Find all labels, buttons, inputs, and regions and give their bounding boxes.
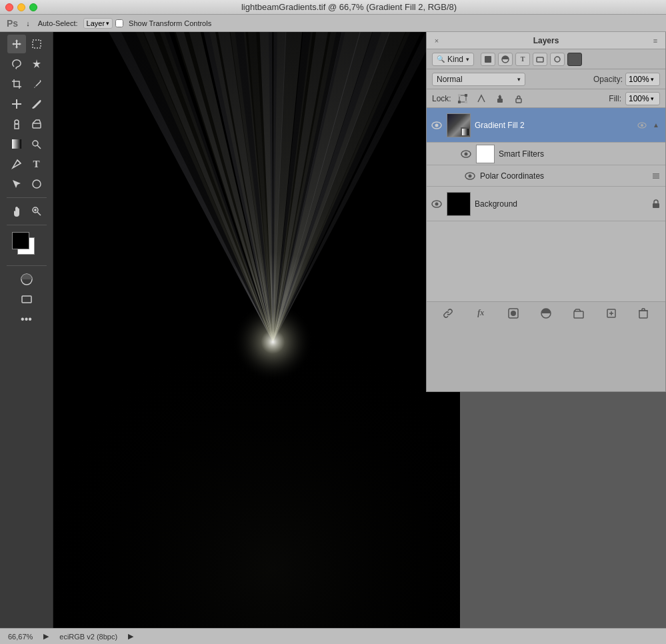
svg-point-2 (15, 120, 19, 124)
tool-row-3 (7, 75, 46, 93)
eyedropper-tool[interactable] (27, 75, 46, 93)
magic-wand-tool[interactable] (27, 55, 46, 73)
svg-line-10 (37, 212, 41, 215)
layer-right-icons-gradient-fill-2: ▲ (636, 119, 661, 131)
layers-panel-bottom: fx (427, 301, 665, 324)
adjustment-btn[interactable] (537, 305, 555, 322)
transform-checkbox[interactable] (115, 19, 123, 27)
quick-mask-tool[interactable] (17, 270, 36, 289)
group-btn[interactable] (569, 305, 588, 322)
shape-tool[interactable] (27, 175, 46, 193)
blend-mode-dropdown[interactable]: Normal ▾ (432, 73, 525, 86)
tool-row-2 (7, 55, 46, 73)
tool-row-screen (17, 290, 36, 309)
kind-type-btn[interactable]: T (515, 53, 530, 66)
layer-item-background[interactable]: Background (427, 187, 665, 221)
svg-line-7 (17, 160, 21, 163)
maximize-button[interactable] (29, 3, 37, 11)
mask-btn[interactable] (504, 305, 523, 322)
minimize-button[interactable] (17, 3, 25, 11)
transform-label: Show Transform Controls (126, 16, 214, 31)
thumbnail-background-preview (447, 193, 470, 215)
svg-rect-3 (33, 123, 41, 128)
layer-visibility-smart-filters[interactable] (460, 148, 472, 160)
eraser-tool[interactable] (27, 115, 46, 133)
svg-line-6 (37, 145, 41, 149)
tool-separator-3 (7, 265, 47, 266)
color-profile: eciRGB v2 (8bpc) (59, 633, 117, 641)
delete-layer-btn[interactable] (634, 305, 653, 322)
kind-smart-btn[interactable] (550, 53, 565, 66)
layer-item-smart-filters[interactable]: Smart Filters (427, 143, 665, 165)
panel-menu-button[interactable]: ≡ (651, 36, 660, 45)
tool-row-more: ••• (17, 310, 36, 329)
polar-coordinates-settings-icon[interactable] (651, 171, 661, 181)
fill-input[interactable]: 100% ▾ (625, 92, 660, 105)
layer-name-background: Background (475, 199, 647, 209)
panel-close-button[interactable]: × (432, 36, 441, 45)
kind-adjustment-btn[interactable] (498, 53, 513, 66)
heal-tool[interactable] (7, 95, 26, 113)
fx-btn[interactable]: fx (471, 305, 490, 322)
svg-point-27 (435, 123, 439, 127)
blend-mode-label: Normal (437, 75, 463, 84)
new-layer-btn[interactable] (602, 305, 621, 322)
toolbar-arrow[interactable]: ↓ (23, 16, 33, 31)
layer-collapse-gradient-fill-2[interactable]: ▲ (651, 120, 661, 131)
lock-row: Lock: Fill: 100% ▾ (427, 89, 665, 108)
layer-eye-icon-gradient-fill-2[interactable] (636, 119, 648, 131)
color-swatch-container (12, 232, 41, 261)
tool-row-4 (7, 95, 46, 113)
pen-tool[interactable] (7, 155, 26, 173)
more-tools-btn[interactable]: ••• (17, 310, 36, 329)
svg-point-32 (465, 152, 468, 155)
lock-all-btn[interactable] (511, 92, 526, 105)
kind-shape-btn[interactable] (533, 53, 547, 66)
layer-visibility-gradient-fill-2[interactable] (431, 119, 443, 131)
gradient-tool[interactable] (7, 135, 26, 153)
layer-dropdown[interactable]: Layer ▾ (83, 18, 113, 29)
svg-rect-28 (462, 129, 469, 135)
svg-point-39 (435, 202, 439, 205)
status-arrow-2[interactable]: ▶ (128, 632, 133, 641)
brush-tool[interactable] (27, 95, 46, 113)
dodge-tool[interactable] (27, 135, 46, 153)
layer-visibility-polar-coordinates[interactable] (464, 170, 476, 182)
kind-circle-btn[interactable] (567, 53, 582, 66)
close-button[interactable] (5, 3, 13, 11)
stamp-tool[interactable] (7, 115, 26, 133)
lock-label: Lock: (432, 94, 451, 103)
opacity-chevron: ▾ (651, 76, 654, 83)
opacity-input[interactable]: 100% ▾ (625, 73, 660, 86)
link-layers-btn[interactable] (439, 305, 457, 322)
lasso-tool[interactable] (7, 55, 26, 73)
layer-item-gradient-fill-2[interactable]: Gradient Fill 2 ▲ (427, 108, 665, 143)
svg-rect-23 (465, 101, 467, 103)
zoom-tool[interactable] (27, 202, 46, 221)
svg-point-5 (33, 141, 38, 146)
kind-filter-row: 🔍 Kind ▾ T (427, 49, 665, 69)
status-arrow[interactable]: ▶ (43, 632, 49, 641)
path-select-tool[interactable] (7, 175, 26, 193)
screen-mode-tool[interactable] (17, 290, 36, 309)
crop-tool[interactable] (7, 75, 26, 93)
svg-point-30 (641, 124, 643, 127)
hand-tool[interactable] (7, 202, 26, 221)
foreground-color-swatch[interactable] (12, 232, 29, 249)
kind-pixel-btn[interactable] (481, 53, 495, 66)
lock-paint-btn[interactable] (474, 92, 489, 105)
lock-position-btn[interactable] (493, 92, 507, 105)
svg-rect-20 (458, 94, 461, 97)
top-toolbar: Ps ↓ Auto-Select: Layer ▾ Show Transform… (0, 15, 666, 32)
thumbnail-gradient-icon (461, 127, 470, 137)
move-tool[interactable] (7, 35, 26, 53)
select-rect-tool[interactable] (27, 35, 46, 53)
layer-visibility-background[interactable] (431, 198, 443, 210)
svg-point-18 (555, 57, 560, 62)
layer-item-polar-coordinates[interactable]: Polar Coordinates (427, 165, 665, 187)
lock-transparent-btn[interactable] (455, 92, 470, 105)
kind-dropdown[interactable]: 🔍 Kind ▾ (432, 53, 474, 66)
canvas-render (53, 32, 460, 628)
svg-rect-25 (516, 99, 521, 103)
type-tool[interactable]: T (27, 155, 46, 173)
